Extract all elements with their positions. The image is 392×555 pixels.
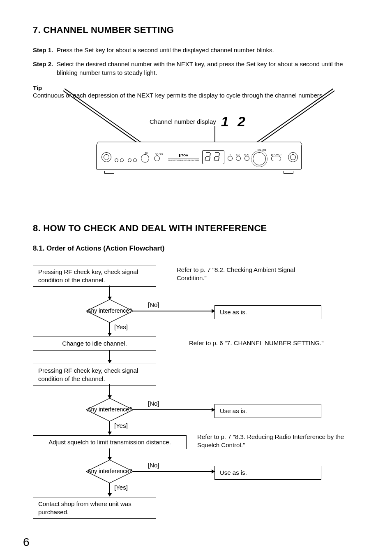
flow-box-use-as-is-3: Use as is. [214,466,321,480]
step-1: Step 1. Press the Set key for about a se… [33,46,365,54]
flow-box-check-signal-1: Pressing RF check key, check signal cond… [33,265,156,287]
arrow-icon [109,350,110,363]
callout-number: 1 2 [221,114,248,130]
arrow-icon [109,384,110,398]
label-yes-1: [Yes] [114,323,128,330]
channel-segment-display [202,150,224,164]
arrow-icon [133,311,214,311]
label-yes-3: [Yes] [114,484,128,491]
squelch-knob [141,154,149,163]
flow-box-contact-shop: Contact shop from where unit was purchas… [33,497,156,519]
flow-box-adjust-squelch: Adjust squelch to limit transmission dis… [33,435,187,449]
label-no-1: [No] [148,301,159,308]
manual-page: 7. CHANNEL NUMBER SETTING Step 1. Press … [0,0,392,555]
flow-ref-2: Refer to p. 6 "7. CHANNEL NUMBER SETTING… [189,339,345,347]
flow-box-use-as-is-1: Use as is. [214,305,321,319]
channel-display-callout: Channel number display 1 2 [150,114,248,130]
next-button: NEXT [244,153,249,161]
label-yes-2: [Yes] [114,422,128,429]
arrow-icon [109,448,110,460]
arrow-icon [109,483,110,496]
flow-decision-3: Any interference? [86,460,133,483]
label-no-2: [No] [148,400,159,407]
label-no-3: [No] [148,462,159,469]
section-8-title: 8. HOW TO CHECK AND DEAL WITH INTERFEREN… [33,223,365,234]
arrow-icon [133,471,214,472]
step-2-label: Step 2. [33,60,57,77]
flow-decision-1: Any interference? [86,300,133,323]
device-foot-left [104,171,114,174]
flow-ref-1: Refer to p. 7 "8.2. Checking Ambient Sig… [177,266,316,282]
arrow-icon [109,421,110,434]
callout-label: Channel number display [150,118,216,125]
rf-button: RF [228,153,233,161]
indicator-leds [115,152,137,162]
squelch-offset-knob [154,156,160,161]
flow-box-use-as-is-2: Use as is. [214,404,321,418]
step-2: Step 2. Select the desired channel numbe… [33,60,365,77]
step-1-text: Press the Set key for about a second unt… [57,46,365,54]
step-1-label: Step 1. [33,46,57,54]
device-illustration: Channel number display 1 2 SQ SQ OFS ▮ T… [43,108,355,194]
device-front-panel: SQ SQ OFS ▮ TOA DIVERSITY WIRELESS TUNER… [96,145,302,170]
arrow-icon [109,323,110,336]
power-button [271,156,281,161]
arrow-icon [133,409,214,410]
section-8-1-title: 8.1. Order of Actions (Action Flowchart) [33,244,365,253]
volume-knob [253,152,266,165]
flow-decision-2: Any interference? [86,398,133,421]
model-label: DIVERSITY WIRELESS TUNER WT-5810 [168,159,199,161]
set-button: SET [236,153,241,161]
tip-heading: Tip [33,84,365,91]
power-button-group: ⏻ POWER [271,153,281,161]
brand-logo: ▮ TOA [168,153,199,158]
arrow-icon [109,286,110,300]
flow-box-check-signal-2: Pressing RF check key, check signal cond… [33,364,156,385]
action-flowchart: Pressing RF check key, check signal cond… [33,265,357,545]
brand-block: ▮ TOA DIVERSITY WIRELESS TUNER WT-5810 [168,153,199,161]
antenna-connector-b [288,152,298,162]
flow-box-change-channel: Change to idle channel. [33,337,156,351]
device-foot-right [284,171,293,174]
section-7-title: 7. CHANNEL NUMBER SETTING [33,25,365,35]
step-2-text: Select the desired channel number with t… [57,60,365,77]
flow-ref-4: Refer to p. 7 "8.3. Reducing Radio Inter… [197,433,353,449]
antenna-connector-a [101,152,111,162]
page-number: 6 [23,536,30,549]
tip-body: Continuous or each depression of the NEX… [33,91,365,100]
